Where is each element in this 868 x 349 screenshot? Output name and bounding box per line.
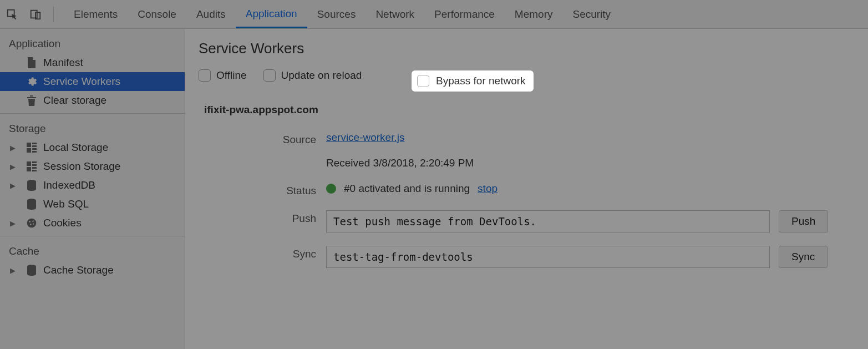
- sidebar-item-label: Service Workers: [43, 75, 120, 88]
- checkbox-label: Update on reload: [281, 69, 362, 82]
- checkbox-icon[interactable]: [263, 69, 276, 82]
- separator: [53, 7, 54, 22]
- svg-rect-10: [32, 161, 37, 163]
- database-icon: [26, 198, 38, 210]
- tab-memory[interactable]: Memory: [505, 1, 563, 28]
- svg-point-20: [30, 224, 32, 225]
- panel-title: Service Workers: [199, 40, 855, 57]
- svg-rect-11: [32, 164, 37, 166]
- gear-icon: [26, 75, 38, 88]
- origin-host: ifixit-pwa.appspot.com: [204, 104, 855, 116]
- status-label: Status: [199, 183, 326, 197]
- sidebar-item-local-storage[interactable]: ▶ Local Storage: [0, 138, 185, 157]
- sidebar-item-label: Session Storage: [43, 160, 120, 173]
- chevron-right-icon: ▶: [10, 266, 16, 275]
- device-toggle-icon[interactable]: [28, 7, 43, 22]
- chevron-right-icon: ▶: [10, 163, 16, 171]
- svg-rect-5: [32, 145, 37, 147]
- svg-rect-7: [32, 148, 37, 150]
- svg-point-21: [33, 224, 34, 225]
- stop-link[interactable]: stop: [478, 183, 498, 195]
- sidebar-item-manifest[interactable]: Manifest: [0, 53, 185, 72]
- sidebar-item-label: Manifest: [43, 57, 83, 69]
- sidebar-item-indexeddb[interactable]: ▶ IndexedDB: [0, 176, 185, 195]
- svg-point-19: [32, 221, 33, 222]
- received-prefix: Received: [326, 157, 370, 169]
- tab-sources[interactable]: Sources: [307, 1, 366, 28]
- sidebar-item-label: IndexedDB: [43, 179, 95, 191]
- bypass-for-network-highlight: Bypass for network: [412, 70, 534, 92]
- push-button[interactable]: Push: [779, 210, 828, 232]
- sidebar-item-web-sql[interactable]: Web SQL: [0, 195, 185, 214]
- sidebar-item-label: Local Storage: [43, 141, 108, 154]
- svg-rect-9: [27, 161, 31, 166]
- sync-input[interactable]: [326, 246, 770, 268]
- checkbox-label: Offline: [216, 69, 247, 82]
- application-sidebar: Application Manifest Service Workers Cle…: [0, 29, 185, 349]
- sidebar-item-cookies[interactable]: ▶ Cookies: [0, 214, 185, 232]
- sidebar-item-clear-storage[interactable]: Clear storage: [0, 91, 185, 110]
- sync-label: Sync: [199, 246, 326, 260]
- sidebar-section-storage: Storage: [0, 119, 185, 138]
- document-icon: [26, 57, 38, 69]
- tab-console[interactable]: Console: [128, 1, 186, 28]
- svg-rect-1: [31, 10, 37, 18]
- chevron-right-icon: ▶: [10, 219, 16, 227]
- push-input[interactable]: [326, 210, 770, 232]
- status-dot-icon: [326, 184, 336, 194]
- offline-checkbox-wrap[interactable]: Offline: [199, 69, 247, 82]
- tab-network[interactable]: Network: [366, 1, 424, 28]
- push-label: Push: [199, 210, 326, 225]
- svg-rect-6: [27, 148, 31, 153]
- database-icon: [26, 264, 38, 276]
- grid-icon: [26, 141, 38, 154]
- cookie-icon: [26, 217, 38, 229]
- svg-rect-3: [27, 143, 31, 147]
- svg-point-18: [29, 221, 31, 222]
- checkbox-icon[interactable]: [417, 75, 429, 87]
- svg-rect-8: [32, 151, 37, 153]
- sidebar-item-session-storage[interactable]: ▶ Session Storage: [0, 157, 185, 176]
- checkbox-icon[interactable]: [199, 69, 211, 82]
- update-on-reload-checkbox-wrap[interactable]: Update on reload: [263, 69, 362, 82]
- status-text: #0 activated and is running: [344, 183, 470, 195]
- svg-rect-4: [32, 143, 37, 144]
- tab-security[interactable]: Security: [562, 1, 621, 28]
- received-time: 3/8/2018, 2:20:49 PM: [373, 157, 474, 169]
- sidebar-item-label: Cookies: [43, 217, 82, 229]
- chevron-right-icon: ▶: [10, 144, 16, 152]
- svg-point-17: [27, 219, 37, 228]
- tab-audits[interactable]: Audits: [186, 1, 236, 28]
- svg-rect-13: [32, 167, 37, 169]
- checkbox-label: Bypass for network: [436, 75, 526, 87]
- tab-elements[interactable]: Elements: [64, 1, 128, 28]
- trash-icon: [26, 94, 38, 107]
- tab-application[interactable]: Application: [236, 1, 307, 28]
- database-icon: [26, 179, 38, 191]
- sidebar-item-label: Cache Storage: [43, 264, 114, 276]
- source-label: Source: [199, 131, 326, 146]
- sidebar-section-application: Application: [0, 34, 185, 53]
- sidebar-section-cache: Cache: [0, 242, 185, 261]
- svg-rect-14: [32, 170, 37, 171]
- inspect-icon[interactable]: [4, 7, 20, 22]
- sidebar-item-label: Web SQL: [43, 198, 89, 210]
- devtools-tabbar: Elements Console Audits Application Sour…: [0, 0, 868, 29]
- svg-rect-12: [27, 167, 31, 171]
- tab-performance[interactable]: Performance: [424, 1, 505, 28]
- sidebar-item-cache-storage[interactable]: ▶ Cache Storage: [0, 261, 185, 280]
- chevron-right-icon: ▶: [10, 181, 16, 190]
- source-link[interactable]: service-worker.js: [326, 131, 404, 143]
- grid-icon: [26, 160, 38, 173]
- sidebar-item-label: Clear storage: [43, 94, 106, 107]
- sidebar-item-service-workers[interactable]: Service Workers: [0, 72, 185, 91]
- sync-button[interactable]: Sync: [779, 246, 828, 268]
